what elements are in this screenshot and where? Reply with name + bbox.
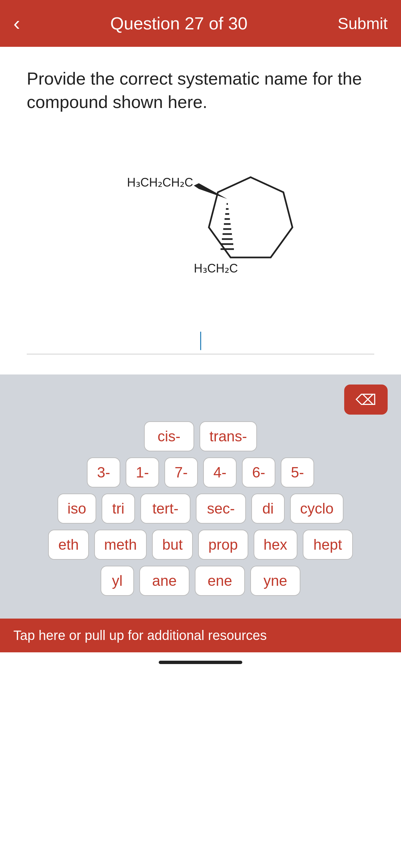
key-but[interactable]: but	[152, 530, 193, 560]
submit-button[interactable]: Submit	[338, 14, 388, 33]
question-text: Provide the correct systematic name for …	[27, 67, 374, 114]
key-iso[interactable]: iso	[58, 494, 96, 524]
text-cursor	[200, 332, 201, 350]
key-3[interactable]: 3-	[87, 457, 120, 488]
key-1[interactable]: 1-	[126, 457, 159, 488]
svg-text:H₃CH₂C: H₃CH₂C	[194, 261, 238, 275]
backspace-row: ⌫	[7, 384, 394, 414]
key-tert[interactable]: tert-	[140, 494, 191, 524]
back-button[interactable]: ‹	[13, 13, 20, 33]
key-di[interactable]: di	[251, 494, 285, 524]
backspace-button[interactable]: ⌫	[344, 384, 388, 414]
home-indicator	[0, 652, 401, 673]
home-bar	[159, 661, 242, 664]
keyboard-row-4: eth meth but prop hex hept	[7, 530, 394, 560]
question-area: Provide the correct systematic name for …	[0, 47, 401, 328]
key-7[interactable]: 7-	[164, 457, 198, 488]
key-5[interactable]: 5-	[281, 457, 314, 488]
key-cis[interactable]: cis-	[144, 421, 194, 452]
backspace-icon: ⌫	[356, 391, 376, 408]
key-trans[interactable]: trans-	[200, 421, 257, 452]
svg-marker-2	[209, 177, 292, 257]
key-sec[interactable]: sec-	[196, 494, 246, 524]
resources-bar-text: Tap here or pull up for additional resou…	[13, 628, 267, 643]
keyboard-row-1: cis- trans-	[7, 421, 394, 452]
question-progress: Question 27 of 30	[20, 13, 338, 33]
key-yne[interactable]: yne	[250, 566, 300, 596]
chemistry-diagram: H₃CH₂CH₂C	[27, 134, 374, 294]
key-cyclo[interactable]: cyclo	[290, 494, 343, 524]
keyboard-row-3: iso tri tert- sec- di cyclo	[7, 494, 394, 524]
key-hex[interactable]: hex	[254, 530, 297, 560]
key-yl[interactable]: yl	[101, 566, 134, 596]
keyboard-row-5: yl ane ene yne	[7, 566, 394, 596]
key-4[interactable]: 4-	[203, 457, 237, 488]
svg-text:H₃CH₂CH₂C: H₃CH₂CH₂C	[127, 176, 193, 189]
key-prop[interactable]: prop	[198, 530, 248, 560]
key-eth[interactable]: eth	[48, 530, 89, 560]
key-hept[interactable]: hept	[303, 530, 353, 560]
keyboard-area: ⌫ cis- trans- 3- 1- 7- 4- 6- 5- iso tri …	[0, 374, 401, 619]
keyboard-row-2: 3- 1- 7- 4- 6- 5-	[7, 457, 394, 488]
header: ‹ Question 27 of 30 Submit	[0, 0, 401, 47]
key-meth[interactable]: meth	[94, 530, 147, 560]
key-tri[interactable]: tri	[102, 494, 135, 524]
answer-input-area[interactable]	[27, 328, 374, 354]
resources-bar[interactable]: Tap here or pull up for additional resou…	[0, 619, 401, 652]
key-ene[interactable]: ene	[195, 566, 245, 596]
key-ane[interactable]: ane	[139, 566, 190, 596]
key-6[interactable]: 6-	[242, 457, 275, 488]
